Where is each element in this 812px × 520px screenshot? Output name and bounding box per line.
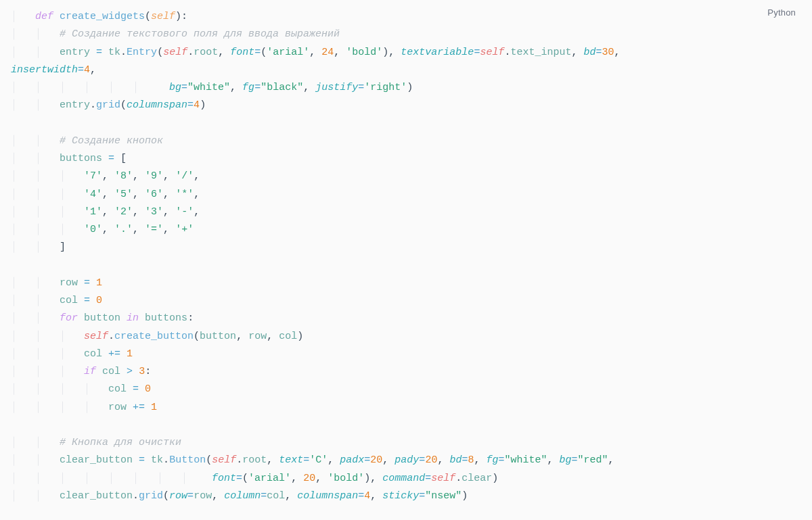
code-content: │ def create_widgets(self): │ │ # Создан… <box>11 5 801 505</box>
language-label: Python <box>767 5 796 21</box>
code-block: Python │ def create_widgets(self): │ │ #… <box>0 0 812 520</box>
